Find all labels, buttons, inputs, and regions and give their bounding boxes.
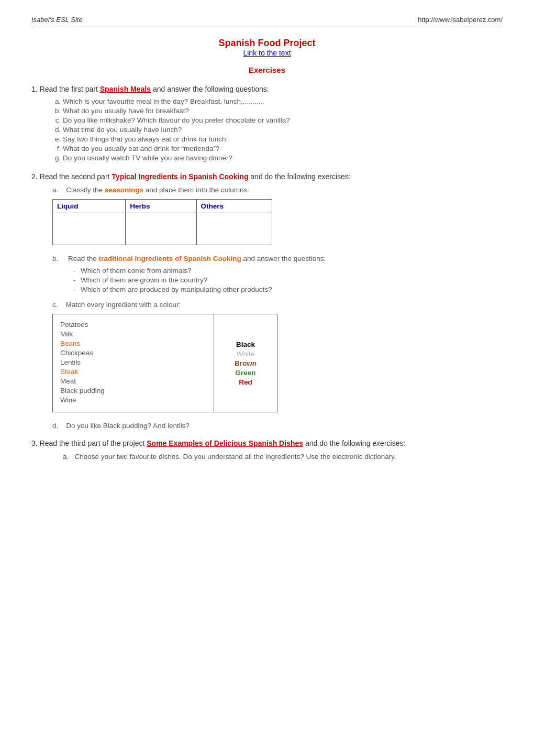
exercises-title: Exercises <box>31 65 503 74</box>
color-black: Black <box>236 341 255 348</box>
list-item: What time do you usually have lunch? <box>63 126 503 134</box>
q1-list: Which is your favourite meal in the day?… <box>63 97 503 162</box>
list-item: Black pudding <box>60 387 206 395</box>
q2a-prefix: Classify the <box>66 186 105 194</box>
question-3: 3. Read the third part of the project So… <box>31 439 503 461</box>
list-item: Wine <box>60 396 206 404</box>
q3-suffix: and do the following exercises: <box>303 439 405 447</box>
list-item: Which is your favourite meal in the day?… <box>63 97 503 105</box>
q2b-highlight: traditional ingredients of Spanish Cooki… <box>99 255 241 262</box>
q2-part-d: d. Do you like Black pudding? And lentil… <box>52 422 503 430</box>
site-name: Isabel's ESL Site <box>31 16 83 24</box>
q2-link[interactable]: Typical Ingredients in Spanish Cooking <box>112 172 248 181</box>
color-red: Red <box>239 378 252 386</box>
list-item: What do you usually have for breakfast? <box>63 107 503 115</box>
question-2: 2. Read the second part Typical Ingredie… <box>31 172 503 430</box>
q1-suffix: and answer the following questions: <box>151 85 269 93</box>
main-title: Spanish Food Project <box>31 38 503 49</box>
list-item: Potatoes <box>60 321 206 328</box>
list-item: Which of them come from animals? <box>73 267 503 275</box>
table-header-herbs: Herbs <box>126 200 196 213</box>
page-title-block: Spanish Food Project Link to the text <box>31 38 503 57</box>
list-item: Steak <box>60 368 206 376</box>
site-url: http://www.isabelperez.com/ <box>418 16 503 24</box>
table-cell-others <box>196 213 272 245</box>
q1-link[interactable]: Spanish Meals <box>100 85 151 93</box>
q3a-text: Choose your two favourite dishes. Do you… <box>75 453 396 461</box>
q2-prefix: 2. Read the second part <box>31 172 112 181</box>
dash-list: Which of them come from animals? Which o… <box>73 267 503 293</box>
table-cell-herbs <box>126 213 196 245</box>
question-1-text: 1. Read the first part Spanish Meals and… <box>31 85 503 93</box>
list-item: What do you usually eat and drink for “m… <box>63 145 503 152</box>
page-header: Isabel's ESL Site http://www.isabelperez… <box>31 16 503 27</box>
list-item: Chickpeas <box>60 349 206 357</box>
list-item: Which of them are grown in the country? <box>73 276 503 284</box>
list-item: Beans <box>60 339 206 347</box>
q2-part-c-label: c. Match every ingredient with a colour: <box>52 301 503 309</box>
list-item: Milk <box>60 330 206 338</box>
q2-part-b: b. Read the traditional ingredients of S… <box>52 255 503 262</box>
q3-part-a: a. Choose your two favourite dishes. Do … <box>63 453 503 461</box>
q2b-suffix: and answer the questions: <box>241 255 326 262</box>
q2-header: 2. Read the second part Typical Ingredie… <box>31 172 503 181</box>
q2d-text: Do you like Black pudding? And lentils? <box>66 422 190 430</box>
q1-prefix: 1. Read the first part <box>31 85 100 93</box>
table-cell-liquid <box>53 213 126 245</box>
q2-suffix: and do the following exercises: <box>248 172 350 181</box>
table-header-others: Others <box>196 200 272 213</box>
q2-part-a: a. Classify the seasonings and place the… <box>52 186 503 194</box>
ingredients-left: Potatoes Milk Beans Chickpeas Lentils St… <box>53 314 214 412</box>
q3-header: 3. Read the third part of the project So… <box>31 439 503 447</box>
question-1: 1. Read the first part Spanish Meals and… <box>31 85 503 162</box>
color-green: Green <box>235 369 255 377</box>
colors-right: Black White Brown Green Red <box>214 314 277 412</box>
color-brown: Brown <box>235 359 257 367</box>
list-item: Meat <box>60 377 206 385</box>
seasoning-table: Liquid Herbs Others <box>52 199 272 245</box>
table-header-liquid: Liquid <box>53 200 126 213</box>
q3-link[interactable]: Some Examples of Delicious Spanish Dishe… <box>147 439 303 447</box>
color-white: White <box>237 350 255 358</box>
list-item: Do you like milkshake? Which flavour do … <box>63 116 503 124</box>
q3-prefix: 3. Read the third part of the project <box>31 439 147 447</box>
list-item: Lentils <box>60 358 206 366</box>
list-item: Do you usually watch TV while you are ha… <box>63 154 503 162</box>
link-to-text[interactable]: Link to the text <box>243 49 291 57</box>
list-item: Which of them are produced by manipulati… <box>73 286 503 293</box>
q2a-highlight: seasonings <box>105 186 143 194</box>
list-item: Say two things that you always eat or dr… <box>63 135 503 143</box>
q2b-prefix: Read the <box>68 255 99 262</box>
color-match-box: Potatoes Milk Beans Chickpeas Lentils St… <box>52 314 277 412</box>
q2a-suffix: and place them into the columns: <box>143 186 249 194</box>
q2c-text: Match every ingredient with a colour: <box>66 301 181 309</box>
